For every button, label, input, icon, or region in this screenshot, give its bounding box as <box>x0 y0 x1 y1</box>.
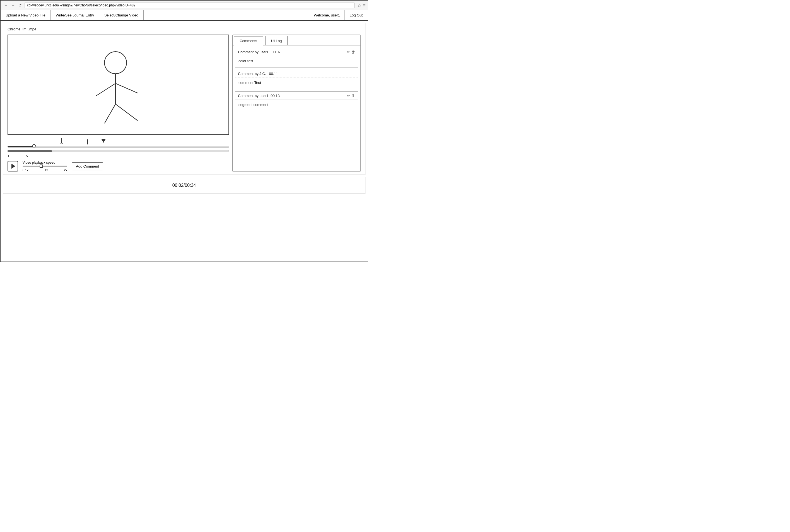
markers-row <box>7 137 229 145</box>
speed-mid: 1x <box>45 168 48 172</box>
comment-author-time: Comment by J.C. 00.11 <box>238 72 278 76</box>
segment-fill <box>8 150 52 152</box>
nav-buttons: ← → ↺ <box>3 2 23 8</box>
comments-tabs: Comments UI Log <box>233 35 360 45</box>
comment-item: Comment by J.C. 00.11 comment Test <box>235 70 358 89</box>
svg-line-4 <box>105 104 116 123</box>
speed-thumb[interactable] <box>40 165 43 168</box>
delete-icon[interactable]: 🗑 <box>351 50 355 54</box>
comment-body: comment Test <box>235 78 358 89</box>
video-section: 1 5 Video playback speed <box>7 35 229 172</box>
address-bar[interactable] <box>24 2 355 8</box>
segment-track <box>7 150 229 152</box>
comment-author-time: Comment by user1 00.07 <box>238 50 281 54</box>
time-labels: 1 5 <box>7 154 229 158</box>
tab-ui-log[interactable]: UI Log <box>265 36 288 45</box>
welcome-text: Welcome, user1 <box>309 10 344 20</box>
speed-slider-container: 0.1x 1x 2x <box>23 166 67 172</box>
back-button[interactable]: ← <box>3 2 9 8</box>
status-bar: 00:02/00:34 <box>3 177 365 194</box>
journal-button[interactable]: Write/See Journal Entry <box>51 10 99 20</box>
comment-header: Comment by user1 00.07 ✏ 🗑 <box>235 48 358 56</box>
speed-max: 2x <box>64 168 67 172</box>
svg-line-5 <box>115 104 137 120</box>
main-area: 1 5 Video playback speed <box>7 35 361 172</box>
settings-icon: ≡ <box>363 3 365 8</box>
refresh-button[interactable]: ↺ <box>17 2 23 8</box>
bar-marker <box>60 138 63 144</box>
upload-video-button[interactable]: Upload a New Video File <box>1 10 51 20</box>
comments-list: Comment by user1 00.07 ✏ 🗑 color test Co… <box>233 45 360 171</box>
video-content <box>8 35 228 134</box>
timeline-area: 1 5 Video playback speed <box>7 137 229 172</box>
time-display: 00:02/00:34 <box>172 183 196 188</box>
browser-chrome: ← → ↺ ☆ ≡ <box>1 1 368 10</box>
comment-body: segment comment <box>235 100 358 111</box>
speed-min: 0.1x <box>23 168 29 172</box>
double-bar-marker <box>86 138 88 145</box>
svg-point-0 <box>105 52 127 74</box>
speed-slider[interactable] <box>23 166 67 167</box>
triangle-marker <box>101 139 106 143</box>
comment-author-time: Comment by user1 00.13 <box>238 94 280 98</box>
comment-header: Comment by user1 00.13 ✏ 🗑 <box>235 92 358 100</box>
nav-right: Welcome, user1 Log Out <box>309 10 368 20</box>
file-name: Chrome_ImF.mp4 <box>7 26 361 32</box>
comment-item: Comment by user1 00.07 ✏ 🗑 color test <box>235 48 358 68</box>
logout-button[interactable]: Log Out <box>344 10 368 20</box>
comment-body: color test <box>235 56 358 67</box>
comment-icons: ✏ 🗑 <box>347 93 355 98</box>
page-content: Chrome_ImF.mp4 <box>3 23 365 175</box>
forward-button[interactable]: → <box>10 2 16 8</box>
speed-label: Video playback speed <box>23 160 67 165</box>
progress-track <box>7 146 229 148</box>
bookmark-icon: ☆ <box>357 3 361 8</box>
play-button[interactable] <box>7 161 18 171</box>
play-icon <box>12 164 15 169</box>
video-player[interactable] <box>7 35 229 135</box>
comments-panel: Comments UI Log Comment by user1 00.07 ✏… <box>232 35 361 172</box>
add-comment-button[interactable]: Add Comment <box>72 162 103 170</box>
tab-comments[interactable]: Comments <box>234 36 263 45</box>
comment-header: Comment by J.C. 00.11 <box>235 70 358 78</box>
time-label-2: 5 <box>26 154 27 158</box>
time-label-1: 1 <box>7 154 9 158</box>
comment-icons: ✏ 🗑 <box>347 50 355 54</box>
speed-control: Video playback speed 0.1x 1x 2x <box>23 160 67 172</box>
app-nav: Upload a New Video File Write/See Journa… <box>1 10 368 21</box>
edit-icon[interactable]: ✏ <box>347 93 350 98</box>
svg-line-2 <box>96 83 115 96</box>
speed-ticks: 0.1x 1x 2x <box>23 168 67 172</box>
edit-icon[interactable]: ✏ <box>347 50 350 54</box>
delete-icon[interactable]: 🗑 <box>351 93 355 98</box>
progress-fill <box>8 146 34 147</box>
segment-track-wrapper[interactable] <box>7 150 229 153</box>
controls-row: Video playback speed 0.1x 1x 2x <box>7 160 229 172</box>
svg-line-3 <box>115 83 137 93</box>
select-video-button[interactable]: Select/Change Video <box>99 10 144 20</box>
progress-bar-wrapper[interactable] <box>7 145 229 149</box>
comment-item: Comment by user1 00.13 ✏ 🗑 segment comme… <box>235 92 358 111</box>
